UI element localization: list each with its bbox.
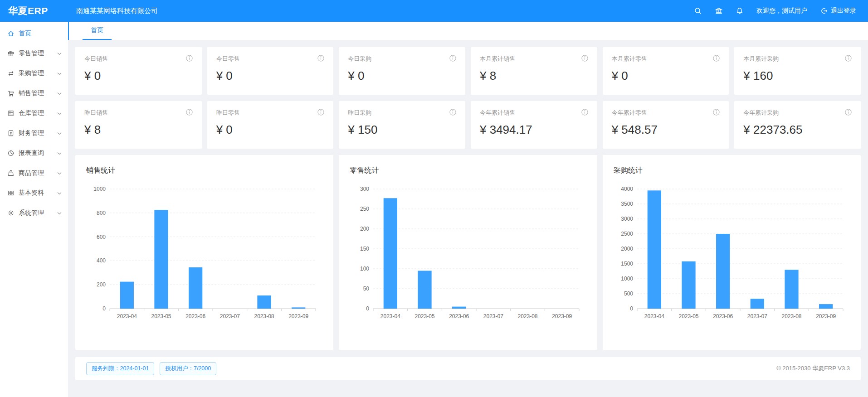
stat-card: 本月累计零售 ¥ 0 — [603, 47, 729, 95]
bar-2023-06 — [716, 234, 730, 309]
stat-value: ¥ 8 — [480, 69, 588, 83]
chart-title: 销售统计 — [86, 166, 322, 175]
copyright-text: © 2015-2030 华夏ERP V3.3 — [776, 364, 850, 373]
bell-icon[interactable] — [736, 7, 744, 15]
sidebar-item-finance[interactable]: 财务管理 — [0, 124, 68, 142]
svg-text:200: 200 — [97, 281, 106, 288]
svg-text:250: 250 — [360, 206, 369, 212]
gear-icon — [7, 209, 15, 217]
svg-text:2023-05: 2023-05 — [151, 313, 171, 320]
swap-icon — [7, 70, 15, 77]
svg-text:2500: 2500 — [621, 231, 633, 237]
stat-value: ¥ 150 — [348, 123, 456, 137]
chart-title: 采购统计 — [614, 166, 850, 175]
retail-bar-chart: 0501001502002503002023-042023-052023-062… — [350, 183, 586, 326]
dashboard-content: 今日销售 ¥ 0 今日零售 ¥ 0 今日采购 ¥ 0 — [68, 40, 868, 380]
chevron-down-icon — [57, 192, 62, 195]
svg-text:2023-05: 2023-05 — [678, 313, 698, 320]
stat-value: ¥ 0 — [612, 69, 720, 83]
info-icon[interactable] — [713, 55, 720, 62]
chevron-down-icon — [57, 132, 62, 135]
main-area: 首页 今日销售 ¥ 0 今日零售 ¥ 0 今日采购 — [68, 22, 868, 397]
bank-icon[interactable] — [715, 7, 723, 15]
stat-card: 今年累计零售 ¥ 548.57 — [603, 101, 729, 149]
info-icon[interactable] — [845, 55, 852, 62]
info-icon[interactable] — [845, 109, 852, 116]
sidebar-item-products[interactable]: 商品管理 — [0, 164, 68, 182]
svg-text:800: 800 — [97, 210, 106, 216]
stat-label: 今年累计零售 — [612, 109, 647, 117]
svg-text:3000: 3000 — [621, 216, 633, 222]
stat-value: ¥ 22373.65 — [743, 123, 852, 137]
tab-bar: 首页 — [68, 22, 868, 40]
stat-value: ¥ 0 — [84, 69, 193, 83]
info-icon[interactable] — [449, 109, 456, 116]
logout-label: 退出登录 — [831, 7, 856, 15]
svg-text:2023-07: 2023-07 — [483, 313, 503, 320]
stat-value: ¥ 3494.17 — [480, 123, 588, 137]
stat-value: ¥ 0 — [216, 69, 325, 83]
svg-text:2023-04: 2023-04 — [117, 313, 137, 320]
stat-value: ¥ 0 — [348, 69, 456, 83]
sidebar-item-home[interactable]: 首页 — [0, 24, 68, 43]
sidebar-item-label: 销售管理 — [19, 89, 44, 97]
bar-2023-07 — [750, 299, 764, 309]
info-icon[interactable] — [186, 55, 193, 62]
bar-chart-svg: 050010001500200025003000350040002023-042… — [614, 183, 849, 324]
chevron-down-icon — [57, 92, 62, 95]
footer-bar: 服务到期：2024-01-01 授权用户：7/2000 © 2015-2030 … — [75, 357, 861, 380]
sidebar-item-sales[interactable]: 销售管理 — [0, 84, 68, 102]
search-icon[interactable] — [694, 7, 702, 15]
sidebar-item-system[interactable]: 系统管理 — [0, 204, 68, 222]
sidebar-item-warehouse[interactable]: 仓库管理 — [0, 104, 68, 122]
app-logo: 华夏ERP — [0, 5, 68, 17]
service-expiry-badge: 服务到期：2024-01-01 — [86, 362, 154, 375]
svg-text:150: 150 — [360, 246, 369, 252]
svg-text:1500: 1500 — [621, 261, 633, 267]
info-icon[interactable] — [449, 55, 456, 62]
bar-2023-08 — [257, 295, 271, 309]
svg-text:400: 400 — [97, 257, 106, 264]
tab-home[interactable]: 首页 — [83, 22, 112, 40]
welcome-text[interactable]: 欢迎您，测试用户 — [756, 7, 807, 15]
bar-chart-svg: 0501001502002503002023-042023-052023-062… — [350, 183, 585, 324]
svg-text:300: 300 — [360, 186, 369, 192]
svg-text:2023-05: 2023-05 — [415, 313, 435, 320]
svg-text:100: 100 — [360, 266, 369, 272]
sidebar-item-retail[interactable]: 零售管理 — [0, 44, 68, 63]
sidebar-item-purchase[interactable]: 采购管理 — [0, 64, 68, 82]
charts-row: 销售统计 020040060080010002023-042023-052023… — [75, 155, 861, 350]
sidebar-item-basic-data[interactable]: 基本资料 — [0, 184, 68, 202]
info-icon[interactable] — [581, 55, 588, 62]
bar-2023-08 — [785, 270, 798, 309]
stat-value: ¥ 548.57 — [612, 123, 720, 137]
sidebar-item-reports[interactable]: 报表查询 — [0, 144, 68, 162]
stat-card: 昨日销售 ¥ 8 — [75, 101, 202, 149]
home-icon — [7, 30, 15, 37]
stat-label: 昨日零售 — [216, 109, 240, 117]
info-icon[interactable] — [581, 109, 588, 116]
stat-card: 昨日零售 ¥ 0 — [207, 101, 334, 149]
stat-card: 今日销售 ¥ 0 — [75, 47, 202, 95]
info-icon[interactable] — [317, 109, 324, 116]
bar-2023-05 — [154, 210, 168, 309]
bar-2023-05 — [418, 271, 432, 309]
svg-text:3500: 3500 — [621, 201, 633, 207]
svg-text:2000: 2000 — [621, 246, 633, 252]
sales-chart-card: 销售统计 020040060080010002023-042023-052023… — [75, 155, 333, 350]
bar-2023-04 — [120, 282, 134, 309]
stat-card: 今年累计采购 ¥ 22373.65 — [734, 101, 861, 149]
info-icon[interactable] — [186, 109, 193, 116]
svg-text:500: 500 — [624, 290, 633, 297]
finance-icon — [7, 130, 15, 137]
info-icon[interactable] — [317, 55, 324, 62]
info-icon[interactable] — [713, 109, 720, 116]
sidebar-item-label: 零售管理 — [19, 49, 44, 58]
stat-value: ¥ 160 — [743, 69, 852, 83]
svg-text:2023-07: 2023-07 — [747, 313, 767, 320]
svg-text:4000: 4000 — [621, 186, 633, 192]
stat-cards-row-2: 昨日销售 ¥ 8 昨日零售 ¥ 0 昨日采购 ¥ 150 — [75, 101, 861, 149]
stat-value: ¥ 8 — [84, 123, 193, 137]
chevron-down-icon — [57, 172, 62, 175]
logout-button[interactable]: 退出登录 — [820, 7, 856, 15]
